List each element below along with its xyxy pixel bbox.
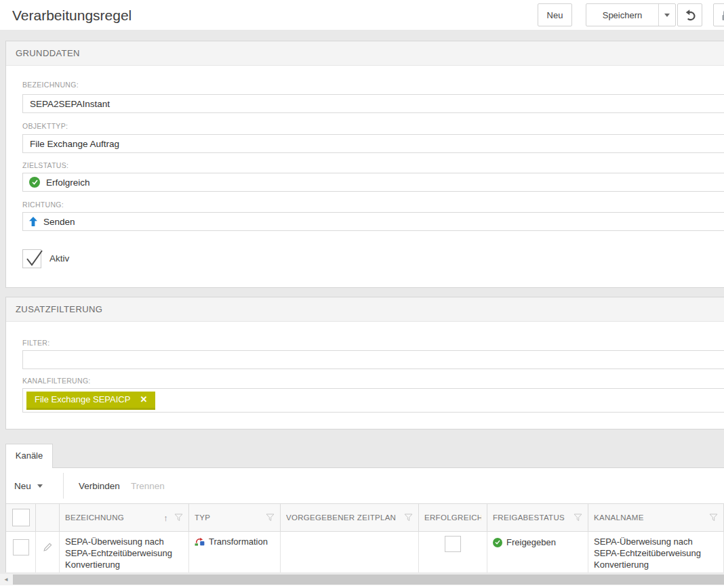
kanalfilterung-label: KANALFILTERUNG: <box>22 377 91 385</box>
edit-column-header <box>36 504 60 531</box>
neu-button-label: Neu <box>547 10 563 20</box>
cell-freigabestatus: Freigegeben <box>487 532 588 572</box>
column-header-typ[interactable]: TYP <box>189 504 281 531</box>
row-edit-cell <box>36 532 60 572</box>
richtung-value: Senden <box>43 217 75 227</box>
horizontal-scrollbar: ◄ <box>0 574 724 585</box>
checkmark-icon <box>24 248 44 268</box>
section-zusatzfilterung: ZUSATZFILTERUNG FILTER: KANALFILTERUNG: … <box>5 297 724 429</box>
trennen-button[interactable]: Trennen <box>131 468 165 503</box>
cell-kanalname: SEPA-Überweisung nach SEPA-Echtzeitüberw… <box>588 532 724 572</box>
grid-neu-dropdown[interactable]: Neu <box>14 468 43 503</box>
filter-icon[interactable] <box>574 513 582 522</box>
select-all-checkbox[interactable] <box>12 509 30 526</box>
verbinden-button[interactable]: Verbinden <box>79 468 120 503</box>
approved-status-icon <box>493 538 502 547</box>
undo-button[interactable] <box>677 3 702 26</box>
speichern-button[interactable]: Speichern <box>586 4 658 26</box>
table-row: SEPA-Überweisung nach SEPA-Echtzeitüberw… <box>6 532 724 572</box>
column-label: VORGEGEBENER ZEITPLAN <box>286 513 404 522</box>
success-status-icon <box>29 177 40 188</box>
freigabestatus-value: Freigegeben <box>506 537 556 548</box>
top-bar: Verarbeitungsregel Neu Speichern <box>0 0 724 30</box>
richtung-label: RICHTUNG: <box>22 201 64 209</box>
sort-ascending-icon: ↑ <box>163 513 168 523</box>
speichern-split-button: Speichern <box>586 3 676 26</box>
kanaele-panel: Neu Verbinden Trennen BEZEICHNUNG ↑ <box>5 467 724 572</box>
bezeichnung-label: BEZEICHNUNG: <box>22 81 79 89</box>
filter-input[interactable] <box>22 350 724 369</box>
select-all-header-cell <box>6 504 36 531</box>
filter-icon[interactable] <box>266 513 275 522</box>
scroll-left-button[interactable]: ◄ <box>0 574 12 585</box>
speichern-dropdown-button[interactable] <box>658 4 675 26</box>
objekttyp-input[interactable] <box>22 134 724 153</box>
column-header-freigabestatus[interactable]: FREIGABESTATUS <box>487 504 588 531</box>
bezeichnung-input[interactable] <box>22 94 724 113</box>
aktiv-checkbox[interactable] <box>22 249 41 268</box>
zielstatus-value: Erfolgreich <box>46 177 90 188</box>
column-header-kanalname[interactable]: KANALNAME <box>588 504 724 531</box>
undo-icon <box>683 7 698 22</box>
filter-icon[interactable] <box>404 513 413 522</box>
kanalfilterung-tag: File Exchange SEPAICP ✕ <box>26 392 155 410</box>
cell-erfolgreiche <box>419 532 487 572</box>
column-header-zeitplan[interactable]: VORGEGEBENER ZEITPLAN <box>281 504 419 531</box>
table-header: BEZEICHNUNG ↑ TYP VORGEGEBENER ZEITPLAN <box>6 503 724 532</box>
tag-close-icon[interactable]: ✕ <box>140 394 147 404</box>
section-grunddaten: GRUNDDATEN BEZEICHNUNG: OBJEKTTYP: ZIELS… <box>5 41 724 288</box>
chevron-down-icon <box>37 484 43 488</box>
column-label: KANALNAME <box>594 513 709 522</box>
grunddaten-header: GRUNDDATEN <box>6 41 724 66</box>
grid-neu-label: Neu <box>14 481 31 491</box>
column-label: BEZEICHNUNG <box>65 513 163 522</box>
typ-value: Transformation <box>209 536 268 547</box>
neu-button[interactable]: Neu <box>538 3 572 26</box>
toolbar-divider <box>63 473 64 499</box>
filter-icon[interactable] <box>709 513 718 522</box>
aktiv-label: Aktiv <box>49 253 69 264</box>
richtung-field[interactable]: Senden <box>22 212 724 231</box>
arrow-up-icon <box>29 217 37 226</box>
objekttyp-label: OBJEKTTYP: <box>22 122 68 130</box>
cell-bezeichnung: SEPA-Überweisung nach SEPA-Echtzeitüberw… <box>60 532 189 572</box>
grid-toolbar: Neu Verbinden Trennen <box>6 468 724 503</box>
lock-icon <box>721 8 724 22</box>
tab-kanaele[interactable]: Kanäle <box>5 444 53 468</box>
page-title: Verarbeitungsregel <box>12 0 132 30</box>
zusatzfilterung-header: ZUSATZFILTERUNG <box>6 297 724 322</box>
row-select-cell <box>6 532 36 572</box>
verarbeitungsregel-page: Verarbeitungsregel Neu Speichern <box>0 0 724 588</box>
filter-icon[interactable] <box>174 513 183 522</box>
verbinden-label: Verbinden <box>79 481 120 491</box>
filter-label: FILTER: <box>22 339 49 347</box>
cell-typ: Transformation <box>189 532 281 572</box>
pencil-icon[interactable] <box>42 542 53 553</box>
column-label: FREIGABESTATUS <box>493 513 574 522</box>
transformation-icon <box>195 537 205 546</box>
kanalfilterung-field[interactable]: File Exchange SEPAICP ✕ <box>22 388 724 413</box>
bottom-strip <box>0 585 724 588</box>
kanalfilterung-tag-label: File Exchange SEPAICP <box>35 394 130 404</box>
lock-button-partial[interactable] <box>713 3 724 26</box>
row-checkbox[interactable] <box>13 539 29 555</box>
column-label: ERFOLGREICHE AUF <box>424 513 481 522</box>
cell-zeitplan <box>281 532 419 572</box>
column-header-bezeichnung[interactable]: BEZEICHNUNG ↑ <box>60 504 189 531</box>
trennen-label: Trennen <box>131 481 165 491</box>
speichern-button-label: Speichern <box>603 10 643 20</box>
erfolgreiche-checkbox[interactable] <box>445 536 461 552</box>
zielstatus-label: ZIELSTATUS: <box>22 161 68 169</box>
zielstatus-field[interactable]: Erfolgreich <box>22 173 724 192</box>
chevron-down-icon <box>664 14 670 17</box>
scrollbar-thumb[interactable] <box>13 574 724 585</box>
column-header-erfolgreiche[interactable]: ERFOLGREICHE AUF <box>419 504 487 531</box>
column-label: TYP <box>195 513 266 522</box>
